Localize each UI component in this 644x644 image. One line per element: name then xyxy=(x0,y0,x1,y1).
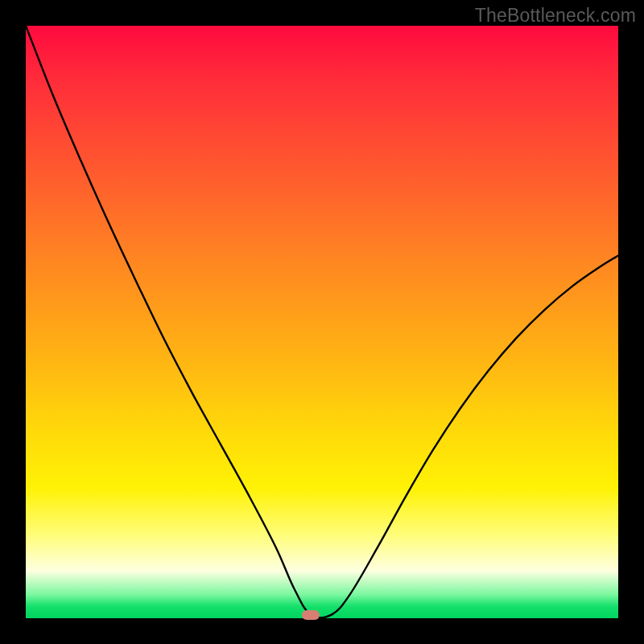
plot-area xyxy=(26,26,618,618)
optimal-marker xyxy=(302,610,320,620)
bottleneck-curve xyxy=(26,26,618,618)
watermark-text: TheBottleneck.com xyxy=(475,5,636,27)
curve-path xyxy=(26,26,618,617)
chart-frame: TheBottleneck.com xyxy=(0,0,644,644)
